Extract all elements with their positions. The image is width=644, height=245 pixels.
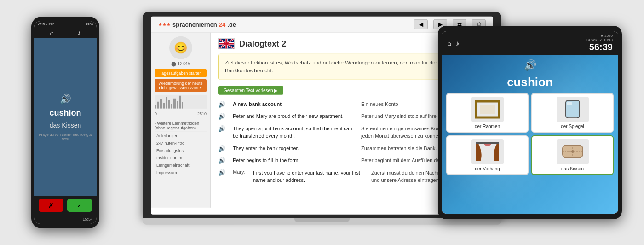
tablet-card-spiegel[interactable]: der Spiegel <box>531 93 614 133</box>
tablet-body: 🔊 cushion der Rahmen <box>442 55 618 214</box>
phone-battery: 80% <box>86 23 93 26</box>
logo-24-text: 24 <box>219 21 225 28</box>
tablet-card-img-rahmen <box>472 97 504 122</box>
dialog-en-1: Peter and Mary are proud of their new ap… <box>233 112 357 120</box>
svg-rect-13 <box>568 117 577 118</box>
tablet-card-label-rahmen: der Rahmen <box>475 124 500 129</box>
sound-icon-3[interactable]: 🔊 <box>218 144 229 152</box>
phone-word-english: cushion <box>49 108 81 118</box>
tablet-score-area: ★ 2520 + 14 Vok. ✓ 10/18 56:39 <box>583 34 613 52</box>
sidebar-menu-einstufung[interactable]: Einstufungstest <box>155 147 207 154</box>
tablet-home-icon[interactable]: ⌂ <box>447 39 451 47</box>
phone-content: 🔊 cushion das Kissen Frage du von deiner… <box>34 38 97 196</box>
tablet-device: ⌂ ♪ ★ 2520 + 14 Vok. ✓ 10/18 56:39 🔊 cus… <box>438 26 622 219</box>
sidebar-menu-impressum[interactable]: Impressum <box>155 169 207 176</box>
tablet-card-rahmen[interactable]: der Rahmen <box>446 93 529 133</box>
sound-icon-4[interactable]: 🔊 <box>218 157 229 164</box>
tablet-card-img-spiegel <box>557 97 589 122</box>
phone-correct-button[interactable]: ✓ <box>67 199 92 212</box>
svg-rect-12 <box>567 102 572 105</box>
tablet-word: cushion <box>507 75 553 89</box>
sidebar-avatar: 😊 <box>169 36 192 59</box>
dialog-en-0: A new bank account <box>233 100 357 108</box>
logo-de-text: .de <box>227 21 236 28</box>
sound-icon-mary[interactable]: 🔊 <box>218 169 229 175</box>
sidebar-cityline <box>155 95 207 109</box>
music-icon[interactable]: ♪ <box>78 29 81 36</box>
sidebar-menu-forum[interactable]: Insider-Forum <box>155 154 207 162</box>
svg-rect-10 <box>480 105 495 114</box>
home-icon[interactable]: ⌂ <box>50 29 53 36</box>
tablet-cards-grid: der Rahmen der Spiegel <box>446 93 614 175</box>
phone-bottom-bar: 15:54 <box>34 215 97 224</box>
logo-text: sprachenlernen <box>172 21 217 28</box>
tablet-card-label-spiegel: der Spiegel <box>561 124 584 129</box>
read-all-button[interactable]: Gesamten Text vorlesen ▶ <box>218 86 283 94</box>
sidebar-user-id: ⬤ 12345 <box>155 61 207 66</box>
phone-device: 2519 • 9/12 80% ⌂ ♪ 🔊 cushion das Kissen… <box>31 17 99 228</box>
dialog-en-4: Peter begins to fill in the form. <box>233 157 357 164</box>
phone-status-bar: 2519 • 9/12 80% <box>34 21 97 27</box>
mary-label: Mary: <box>233 169 249 174</box>
tablet-music-icon[interactable]: ♪ <box>456 39 460 47</box>
uk-flag-icon <box>218 38 235 49</box>
sound-icon-1[interactable]: 🔊 <box>218 112 229 120</box>
phone-word-german: das Kissen <box>50 122 81 129</box>
sidebar-counter: 0 2510 <box>155 111 207 116</box>
laptop-logo: ★★★ sprachenlernen 24 .de <box>158 21 236 28</box>
sidebar-menu-intro[interactable]: 2-Minuten-Intro <box>155 140 207 147</box>
sound-icon-0[interactable]: 🔊 <box>218 100 229 107</box>
tablet-topbar: ⌂ ♪ ★ 2520 + 14 Vok. ✓ 10/18 56:39 <box>442 31 618 55</box>
lesson-goal-text: Ziel dieser Lektion ist es, Wortschatz u… <box>225 60 475 73</box>
tablet-card-img-vorhang <box>472 139 504 164</box>
dialog-title: Dialogtext 2 <box>239 39 286 48</box>
logo-stars-icon: ★★★ <box>158 22 171 27</box>
tablet-nav-icons: ⌂ ♪ <box>447 39 460 47</box>
tablet-card-label-vorhang: der Vorhang <box>475 166 500 171</box>
laptop-sidebar: 😊 ⬤ 12345 Tagesaufgaben starten Wiederho… <box>151 33 211 208</box>
sound-icon-2[interactable]: 🔊 <box>218 124 229 132</box>
counter-left: 0 <box>155 111 157 116</box>
tablet-card-img-kissen <box>557 139 589 164</box>
counter-right: 2510 <box>197 111 207 116</box>
tablet-timer: 56:39 <box>583 42 613 52</box>
sidebar-menu-community[interactable]: Lerngemeinschaft <box>155 162 207 169</box>
svg-rect-14 <box>476 142 499 144</box>
phone-stats: 2519 • 9/12 <box>38 23 54 26</box>
phone-hint: Frage du von deiner freunde gut weil <box>34 133 97 141</box>
sidebar-menu-anleitungen[interactable]: Anleitungen <box>155 132 207 140</box>
sidebar-more-methods[interactable]: › Weitere Lernmethoden (ohne Tagesaufgab… <box>155 120 207 132</box>
dialog-en-2: They open a joint bank account, so that … <box>233 124 357 140</box>
tablet-card-label-kissen: das Kissen <box>561 166 584 171</box>
dialog-en-mary: First you have to enter your last name, … <box>253 169 368 184</box>
tablet-card-kissen[interactable]: das Kissen <box>531 135 614 175</box>
tablet-sound-icon[interactable]: 🔊 <box>524 59 536 71</box>
tablet-card-vorhang[interactable]: der Vorhang <box>446 135 529 175</box>
phone-action-buttons: ✗ ✓ <box>34 196 97 215</box>
dialog-en-3: They enter the bank together. <box>233 144 357 152</box>
tablet-vok-progress: + 14 Vok. ✓ 10/18 <box>583 38 613 42</box>
sidebar-tasks-button[interactable]: Tagesaufgaben starten <box>155 69 207 77</box>
tablet-score: ★ 2520 <box>583 34 613 38</box>
svg-point-18 <box>571 150 574 153</box>
phone-topbar: ⌂ ♪ <box>34 27 97 38</box>
phone-sound-icon[interactable]: 🔊 <box>60 93 71 105</box>
sidebar-review-button[interactable]: Wiederholung der heute nicht gewussten W… <box>155 79 207 92</box>
nav-back-button[interactable]: ◀ <box>414 19 428 29</box>
phone-wrong-button[interactable]: ✗ <box>39 199 63 212</box>
phone-time: 15:54 <box>82 217 93 222</box>
